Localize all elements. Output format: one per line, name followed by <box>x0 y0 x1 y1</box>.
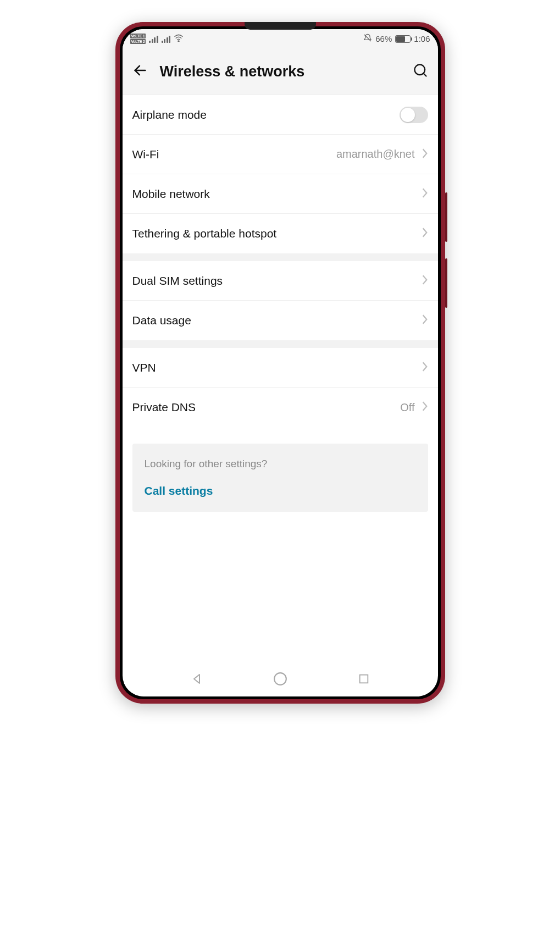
volte-1-badge: VoLTE 1 <box>130 34 146 38</box>
row-data-usage[interactable]: Data usage <box>123 301 438 340</box>
svg-point-6 <box>275 673 287 685</box>
chevron-right-icon <box>422 187 428 201</box>
settings-content: Airplane mode Wi-Fi amarnath@knet Mobi <box>123 95 438 663</box>
row-private-dns[interactable]: Private DNS Off <box>123 388 438 427</box>
svg-point-0 <box>178 41 179 42</box>
row-value: amarnath@knet <box>336 148 415 161</box>
chevron-right-icon <box>422 401 428 414</box>
battery-icon <box>395 35 411 43</box>
signal-sim1-icon <box>149 35 158 43</box>
status-bar: VoLTE 1 VoLTE 2 <box>123 29 438 48</box>
chevron-right-icon <box>422 314 428 327</box>
nav-recent-icon[interactable] <box>358 673 370 687</box>
row-value: Off <box>400 401 414 414</box>
group-divider <box>123 340 438 348</box>
title-bar: Wireless & networks <box>123 48 438 95</box>
row-label: Private DNS <box>132 401 394 414</box>
wifi-icon <box>174 34 184 43</box>
volte-2-badge: VoLTE 2 <box>130 39 146 44</box>
volte-indicators: VoLTE 1 VoLTE 2 <box>130 34 146 44</box>
svg-line-4 <box>423 73 426 76</box>
toggle-knob <box>401 108 415 122</box>
row-airplane-mode[interactable]: Airplane mode <box>123 95 438 135</box>
row-label: Wi-Fi <box>132 148 330 161</box>
chevron-right-icon <box>422 148 428 161</box>
row-label: Data usage <box>132 314 415 327</box>
nav-bar <box>123 663 438 696</box>
airplane-toggle[interactable] <box>400 107 428 123</box>
volume-button <box>445 192 447 242</box>
row-label: Dual SIM settings <box>132 274 415 287</box>
mute-icon <box>363 34 372 44</box>
call-settings-link[interactable]: Call settings <box>145 484 416 497</box>
row-label: Tethering & portable hotspot <box>132 227 415 240</box>
back-icon[interactable] <box>132 63 148 80</box>
row-label: Airplane mode <box>132 108 393 121</box>
row-dual-sim[interactable]: Dual SIM settings <box>123 261 438 301</box>
row-vpn[interactable]: VPN <box>123 348 438 388</box>
battery-percent: 66% <box>375 34 392 43</box>
row-wifi[interactable]: Wi-Fi amarnath@knet <box>123 135 438 174</box>
svg-rect-7 <box>359 675 368 683</box>
page-title: Wireless & networks <box>160 63 401 80</box>
phone-frame: VoLTE 1 VoLTE 2 <box>115 22 445 704</box>
svg-marker-5 <box>194 674 199 683</box>
chevron-right-icon <box>422 274 428 287</box>
chevron-right-icon <box>422 227 428 240</box>
row-tethering[interactable]: Tethering & portable hotspot <box>123 214 438 253</box>
row-label: Mobile network <box>132 187 415 201</box>
nav-home-icon[interactable] <box>273 672 287 688</box>
signal-sim2-icon <box>162 35 171 43</box>
phone-notch <box>245 22 316 30</box>
nav-back-icon[interactable] <box>190 672 203 688</box>
row-label: VPN <box>132 361 415 374</box>
chevron-right-icon <box>422 361 428 374</box>
clock: 1:06 <box>414 34 430 43</box>
screen: VoLTE 1 VoLTE 2 <box>123 29 438 696</box>
group-divider <box>123 253 438 261</box>
footer-card: Looking for other settings? Call setting… <box>132 444 428 512</box>
footer-hint: Looking for other settings? <box>145 458 416 470</box>
row-mobile-network[interactable]: Mobile network <box>123 174 438 214</box>
power-button <box>445 258 447 308</box>
search-icon[interactable] <box>413 63 428 80</box>
